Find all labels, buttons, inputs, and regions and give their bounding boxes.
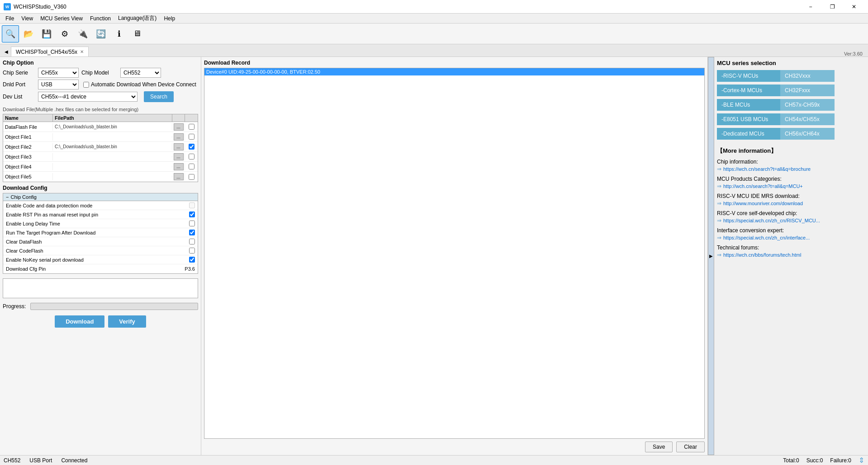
download-button[interactable]: Download [55,315,104,328]
browse-button-3[interactable]: ... [174,153,184,160]
file-row-check-4[interactable] [185,164,198,169]
mcu-left-btn-2[interactable]: -BLE MCUs [717,99,780,111]
file-checkbox-3[interactable] [189,154,194,160]
file-row-browse-5[interactable]: ... [172,173,185,180]
info-link-5[interactable]: ⇒ https://wch.cn/bbs/forums/tech.html [717,252,865,258]
config-row-3: Run The Target Program After Download [3,228,198,237]
restore-button[interactable]: ❐ [822,0,843,14]
toolbar-info-button[interactable]: ℹ [110,25,128,42]
mcu-right-btn-0[interactable]: CH32Vxxx [780,70,835,82]
file-row-browse-3[interactable]: ... [172,153,185,160]
col-filepath-header: FilePath [53,114,172,122]
menu-language[interactable]: Language(语言) [114,14,160,23]
browse-button-0[interactable]: ... [174,123,184,131]
record-save-clear: Save Clear [204,442,705,452]
browse-button-5[interactable]: ... [174,173,184,180]
config-check-6[interactable] [189,257,195,263]
dev-list-label: Dev List [3,94,35,100]
config-label-5: Clear CodeFlash [6,248,189,254]
toolbar-save-button[interactable]: 💾 [38,25,55,42]
mcu-right-btn-4[interactable]: CH56x/CH64x [780,128,835,140]
title-bar-left: W WCHISPStudio_V360 [4,3,66,10]
mcu-right-btn-1[interactable]: CH32Fxxx [780,85,835,96]
toolbar-open-button[interactable]: 🔍 [2,25,19,42]
record-row[interactable]: Device#0 UID:49-25-00-00-00-00-00, BTVER… [204,68,704,75]
dev-list-row: Dev List CH55x---#1 device Search [3,91,198,102]
toolbar-settings-button[interactable]: ⚙ [56,25,73,42]
config-label-0: Enable Code and data protection mode [6,203,189,208]
chip-serie-select[interactable]: CH55x [38,68,79,78]
collapse-minus-icon[interactable]: − [6,194,9,200]
arrow-icon-5: ⇒ [717,252,721,258]
browse-button-4[interactable]: ... [174,163,184,170]
menu-view[interactable]: View [18,14,37,23]
toolbar-file-button[interactable]: 📂 [20,25,37,42]
config-label-1: Enable RST Pin as manual reset input pin [6,212,189,217]
auto-download-label[interactable]: Automatic Download When Device Connect [83,81,196,88]
config-check-2[interactable] [189,221,195,226]
collapse-panel-button[interactable]: ▶ [708,57,714,455]
mcu-right-btn-2[interactable]: CH57x-CH59x [780,99,835,111]
menu-function[interactable]: Function [86,14,114,23]
dnld-port-select[interactable]: USB [38,80,79,89]
config-check-1[interactable] [189,211,195,217]
mcu-left-btn-1[interactable]: -Cortex-M MCUs [717,85,780,96]
browse-button-2[interactable]: ... [174,143,184,150]
arrow-icon-4: ⇒ [717,235,721,241]
config-check-4[interactable] [189,239,195,244]
minimize-button[interactable]: − [800,0,821,14]
info-link-3[interactable]: ⇒ https://special.wch.cn/zh_cn/RISCV_MCU… [717,217,865,224]
chip-model-select[interactable]: CH552 [120,68,161,78]
main-layout: Chip Option Chip Serie CH55x Chip Model … [0,57,868,455]
file-checkbox-4[interactable] [189,164,194,169]
arrow-icon-3: ⇒ [717,217,721,224]
config-label-3: Run The Target Program After Download [6,230,189,235]
file-row-browse-4[interactable]: ... [172,163,185,170]
file-row-browse-0[interactable]: ... [172,123,185,131]
verify-button[interactable]: Verify [108,315,146,328]
auto-download-checkbox[interactable] [83,82,89,88]
tab-nav-left[interactable]: ◀ [2,47,11,56]
mcu-left-btn-4[interactable]: -Dedicated MCUs [717,128,780,140]
dev-list-select[interactable]: CH55x---#1 device [38,92,138,102]
search-button[interactable]: Search [144,91,174,102]
mcu-left-btn-3[interactable]: -E8051 USB MCUs [717,113,780,125]
browse-button-1[interactable]: ... [174,133,184,141]
file-row-browse-1[interactable]: ... [172,133,185,141]
file-row-check-5[interactable] [185,174,198,180]
config-label-7: Download Cfg Pin [6,266,182,272]
mcu-left-btn-0[interactable]: -RISC-V MCUs [717,70,780,82]
config-check-3[interactable] [189,230,195,235]
info-link-1[interactable]: ⇒ http://wch.cn/search?t=all&q=MCU+ [717,183,865,189]
progress-label: Progress: [3,303,28,310]
close-button[interactable]: ✕ [844,0,864,14]
download-file-title: Download File(Multiple .hex files can be… [3,107,198,112]
file-checkbox-5[interactable] [189,174,194,180]
toolbar-chip-button[interactable]: 🔌 [74,25,91,42]
file-checkbox-1[interactable] [189,134,194,140]
file-row-check-2[interactable] [185,144,198,150]
info-link-0[interactable]: ⇒ https://wch.cn/search?t=all&q=brochure [717,166,865,172]
menu-help[interactable]: Help [160,14,179,23]
file-row-check-3[interactable] [185,154,198,160]
clear-button[interactable]: Clear [676,442,705,452]
toolbar-refresh-button[interactable]: 🔄 [92,25,109,42]
config-check-5[interactable] [189,248,195,254]
file-row-check-1[interactable] [185,134,198,140]
file-row-browse-2[interactable]: ... [172,143,185,150]
file-row-path-2: C:\_Downloads\usb_blaster.bin [53,143,172,150]
active-tab[interactable]: WCHISPTool_CH54x/55x ✕ [11,47,89,56]
mcu-right-btn-3[interactable]: CH54x/CH55x [780,113,835,125]
save-button[interactable]: Save [645,442,673,452]
menu-mcu-series[interactable]: MCU Series View [37,14,86,23]
info-link-4[interactable]: ⇒ https://special.wch.cn/zh_cn/interface… [717,235,865,241]
toolbar-monitor-button[interactable]: 🖥 [128,25,146,42]
menu-file[interactable]: File [2,14,18,23]
file-checkbox-0[interactable] [189,124,194,130]
info-link-2[interactable]: ⇒ http://www.mounriver.com/download [717,200,865,207]
config-check-0[interactable] [189,202,195,208]
tab-label: WCHISPTool_CH54x/55x [16,49,77,55]
file-row-check-0[interactable] [185,124,198,130]
file-checkbox-2[interactable] [189,144,194,150]
tab-close-icon[interactable]: ✕ [80,49,84,54]
